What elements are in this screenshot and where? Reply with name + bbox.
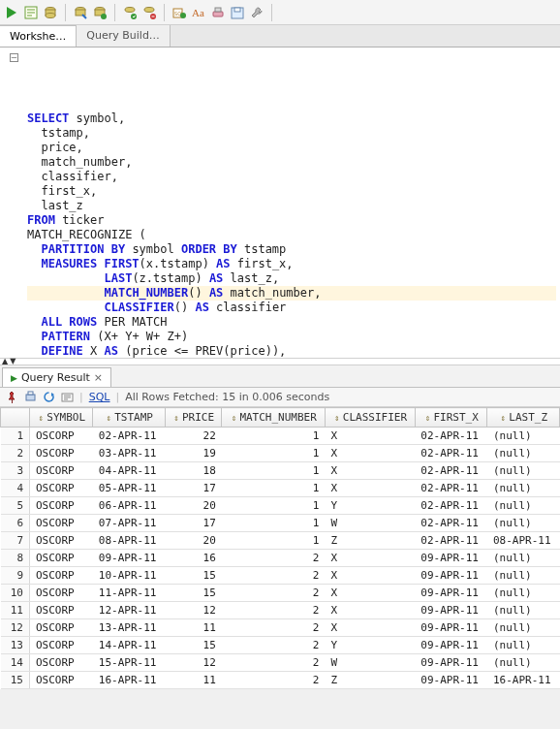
cell[interactable]: 09-APR-11: [415, 602, 487, 619]
cell[interactable]: 12-APR-11: [93, 602, 166, 619]
cell[interactable]: 17: [165, 515, 221, 532]
col-match-number[interactable]: ⇕MATCH_NUMBER: [222, 408, 326, 428]
autotrace-icon[interactable]: [73, 5, 88, 20]
cell[interactable]: 3: [1, 462, 30, 480]
result-tab[interactable]: ▶ Query Result ×: [2, 367, 111, 387]
cell[interactable]: OSCORP: [30, 428, 93, 445]
rollback-icon[interactable]: [122, 5, 138, 20]
cell[interactable]: 02-APR-11: [415, 480, 487, 497]
table-row[interactable]: 14OSCORP15-APR-11122W09-APR-11(null): [1, 654, 560, 672]
export-icon[interactable]: [61, 391, 74, 403]
cell[interactable]: 2: [222, 654, 326, 672]
cell[interactable]: 16-APR-11: [93, 672, 166, 689]
cell[interactable]: 08-APR-11: [487, 532, 560, 550]
cell[interactable]: 22: [165, 428, 221, 445]
col-tstamp[interactable]: ⇕TSTAMP: [93, 408, 166, 428]
cell[interactable]: (null): [487, 567, 560, 585]
table-row[interactable]: 13OSCORP14-APR-11152Y09-APR-11(null): [1, 637, 560, 654]
cell[interactable]: Z: [325, 532, 415, 550]
cell[interactable]: 1: [222, 515, 326, 532]
table-row[interactable]: 12OSCORP13-APR-11112X09-APR-11(null): [1, 619, 560, 637]
cell[interactable]: 09-APR-11: [415, 672, 487, 689]
cell[interactable]: 08-APR-11: [93, 532, 166, 550]
cell[interactable]: (null): [487, 637, 560, 654]
format-icon[interactable]: Aa: [191, 5, 206, 20]
cell[interactable]: (null): [487, 515, 560, 532]
table-row[interactable]: 9OSCORP10-APR-11152X09-APR-11(null): [1, 567, 560, 585]
cell[interactable]: OSCORP: [30, 619, 93, 637]
cell[interactable]: (null): [487, 585, 560, 602]
table-row[interactable]: 2OSCORP03-APR-11191X02-APR-11(null): [1, 445, 560, 462]
save-icon[interactable]: [230, 5, 245, 20]
cell[interactable]: 14-APR-11: [93, 637, 166, 654]
cell[interactable]: 12: [1, 619, 30, 637]
cell[interactable]: 11: [1, 602, 30, 619]
cell[interactable]: (null): [487, 497, 560, 515]
cell[interactable]: 12: [165, 602, 221, 619]
cell[interactable]: 2: [222, 550, 326, 567]
cell[interactable]: 17: [165, 480, 221, 497]
tab-worksheet[interactable]: Workshe…: [0, 25, 77, 47]
cell[interactable]: 06-APR-11: [93, 497, 166, 515]
explain-plan-icon[interactable]: [43, 5, 58, 20]
sql-history-icon[interactable]: SQL: [171, 5, 187, 20]
cell[interactable]: 1: [1, 428, 30, 445]
cell[interactable]: 16: [165, 550, 221, 567]
cell[interactable]: X: [325, 602, 415, 619]
cell[interactable]: 05-APR-11: [93, 480, 166, 497]
cell[interactable]: Y: [325, 637, 415, 654]
cell[interactable]: 09-APR-11: [415, 619, 487, 637]
cell[interactable]: 18: [165, 462, 221, 480]
cell[interactable]: 09-APR-11: [415, 637, 487, 654]
cell[interactable]: 15: [165, 585, 221, 602]
cell[interactable]: OSCORP: [30, 515, 93, 532]
cell[interactable]: 20: [165, 497, 221, 515]
cell[interactable]: 10: [1, 585, 30, 602]
cell[interactable]: W: [325, 654, 415, 672]
cell[interactable]: 2: [222, 602, 326, 619]
cell[interactable]: 07-APR-11: [93, 515, 166, 532]
cell[interactable]: OSCORP: [30, 445, 93, 462]
cell[interactable]: (null): [487, 480, 560, 497]
run-script-icon[interactable]: [23, 5, 39, 20]
table-row[interactable]: 7OSCORP08-APR-11201Z02-APR-1108-APR-11: [1, 532, 560, 550]
cell[interactable]: 02-APR-11: [415, 515, 487, 532]
cell[interactable]: 09-APR-11: [415, 550, 487, 567]
cell[interactable]: X: [325, 445, 415, 462]
cell[interactable]: (null): [487, 602, 560, 619]
cell[interactable]: (null): [487, 462, 560, 480]
col-first-x[interactable]: ⇕FIRST_X: [415, 408, 487, 428]
sql-link[interactable]: SQL: [89, 391, 110, 403]
cell[interactable]: (null): [487, 654, 560, 672]
col-last-z[interactable]: ⇕LAST_Z: [487, 408, 560, 428]
cell[interactable]: 02-APR-11: [415, 532, 487, 550]
cell[interactable]: OSCORP: [30, 480, 93, 497]
cell[interactable]: 1: [222, 480, 326, 497]
cell[interactable]: 02-APR-11: [415, 445, 487, 462]
cell[interactable]: OSCORP: [30, 567, 93, 585]
close-icon[interactable]: ×: [94, 371, 103, 384]
rownum-header[interactable]: [1, 408, 30, 428]
tab-query-builder[interactable]: Query Build…: [77, 25, 171, 47]
cell[interactable]: 12: [165, 654, 221, 672]
cell[interactable]: 13-APR-11: [93, 619, 166, 637]
cell[interactable]: 20: [165, 532, 221, 550]
cell[interactable]: X: [325, 462, 415, 480]
cell[interactable]: 1: [222, 532, 326, 550]
cell[interactable]: 11: [165, 619, 221, 637]
cell[interactable]: 1: [222, 462, 326, 480]
cell[interactable]: 7: [1, 532, 30, 550]
cell[interactable]: 02-APR-11: [415, 428, 487, 445]
cell[interactable]: 2: [222, 567, 326, 585]
cell[interactable]: (null): [487, 550, 560, 567]
cell[interactable]: 03-APR-11: [93, 445, 166, 462]
cell[interactable]: X: [325, 585, 415, 602]
cell[interactable]: OSCORP: [30, 637, 93, 654]
cell[interactable]: 02-APR-11: [93, 428, 166, 445]
cell[interactable]: 2: [222, 672, 326, 689]
cell[interactable]: 09-APR-11: [415, 654, 487, 672]
pin-icon[interactable]: [6, 391, 18, 403]
cell[interactable]: 19: [165, 445, 221, 462]
table-row[interactable]: 3OSCORP04-APR-11181X02-APR-11(null): [1, 462, 560, 480]
cell[interactable]: 1: [222, 497, 326, 515]
